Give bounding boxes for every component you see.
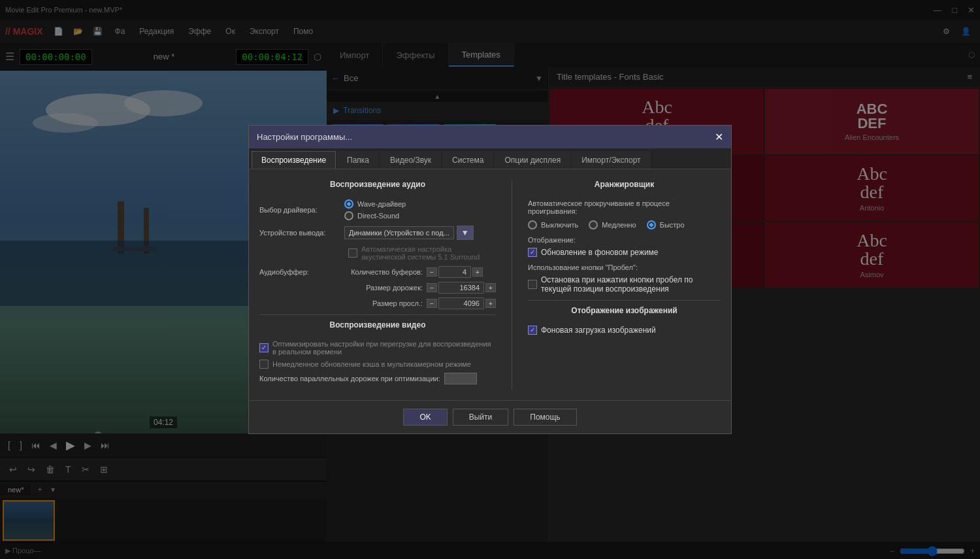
- buffer-track-input[interactable]: [438, 282, 484, 294]
- settings-dialog: Настройки программы... ✕ Воспроизведение…: [248, 125, 732, 434]
- autoscroll-off-radio[interactable]: [528, 220, 537, 229]
- modal-right-col: Аранжировщик Автоматическое прокручивани…: [528, 180, 721, 390]
- autoscroll-slow-label: Медленно: [602, 221, 636, 229]
- driver-row: Выбор драйвера: Wave-драйвер Direct-Soun…: [259, 199, 496, 220]
- vertical-divider: [512, 180, 512, 390]
- output-select-row: Динамики (Устройство с под... ▼: [344, 226, 474, 240]
- output-select[interactable]: Динамики (Устройство с под...: [344, 226, 454, 239]
- autoconfigure-checkbox[interactable]: [348, 248, 357, 258]
- display-checkbox-row: Обновление в фоновом режиме: [528, 248, 721, 257]
- wave-driver-radio[interactable]: [344, 199, 353, 209]
- buffer-label: Аудиобуффер:: [259, 268, 344, 276]
- buffer-section: Аудиобуффер: Количество буферов: − + Раз…: [259, 266, 496, 309]
- wave-driver-label: Wave-драйвер: [357, 200, 406, 208]
- buffer-prev-label: Размер просл.:: [344, 299, 423, 307]
- wave-driver-row: Wave-драйвер: [344, 199, 406, 209]
- buffer-count-increment[interactable]: +: [472, 267, 483, 277]
- autoconfigure-row: Автоматическая настройка акустической си…: [259, 245, 496, 261]
- modal-tab-display[interactable]: Опции дисплея: [495, 151, 570, 169]
- buffer-track-label: Размер дорожек:: [344, 284, 423, 292]
- modal-tab-importexport[interactable]: Импорт/Экспорт: [572, 151, 650, 169]
- video-section-title: Воспроизведение видео: [259, 320, 496, 332]
- cancel-button[interactable]: Выйти: [453, 409, 509, 426]
- video-opt1-label: Оптимизировать настройки при перегрузке …: [272, 340, 496, 356]
- modal-footer: OK Выйти Помощь: [249, 400, 731, 433]
- modal-overlay: Настройки программы... ✕ Воспроизведение…: [0, 0, 980, 559]
- buffer-track-controls: − +: [427, 282, 496, 294]
- direct-sound-row: Direct-Sound: [344, 211, 406, 220]
- space-checkbox-row: Остановка при нажатии кнопки пробел по т…: [528, 275, 721, 294]
- modal-body: Воспроизведение аудио Выбор драйвера: Wa…: [249, 169, 731, 400]
- autoscroll-fast-label: Быстро: [660, 221, 685, 229]
- driver-radio-group: Wave-драйвер Direct-Sound: [344, 199, 406, 220]
- modal-tab-video[interactable]: Видео/Звук: [380, 151, 441, 169]
- autoscroll-fast-radio[interactable]: [647, 220, 656, 229]
- buffer-count-controls: − +: [427, 266, 483, 278]
- buffer-prev-controls: − +: [427, 297, 496, 309]
- ok-button[interactable]: OK: [403, 409, 447, 426]
- video-opt2-label: Немедленное обновление кэша в мультикаме…: [272, 360, 471, 368]
- output-dropdown-button[interactable]: ▼: [457, 226, 474, 240]
- direct-sound-label: Direct-Sound: [357, 212, 399, 220]
- image-checkbox[interactable]: [528, 326, 537, 335]
- modal-tab-system[interactable]: Система: [442, 151, 493, 169]
- buffer-count-label: Количество буферов:: [344, 268, 423, 276]
- buffer-prev-input[interactable]: [438, 297, 484, 309]
- parallel-label: Количество параллельных дорожек при опти…: [259, 375, 440, 382]
- space-checkbox[interactable]: [528, 280, 537, 289]
- buffer-prev-row: Размер просл.: − +: [259, 297, 496, 309]
- autoconfigure-label: Автоматическая настройка акустической си…: [361, 245, 496, 261]
- section-divider-2: [528, 300, 721, 301]
- space-label: Использование кнопки "Пробел":: [528, 263, 721, 271]
- autoscroll-fast-row: Быстро: [647, 220, 685, 229]
- autoscroll-section: Автоматическое прокручивание в процесе п…: [528, 199, 721, 229]
- display-section: Отображение: Обновление в фоновом режиме: [528, 236, 721, 257]
- driver-label: Выбор драйвера:: [259, 206, 344, 214]
- buffer-count-input[interactable]: [438, 266, 471, 278]
- display-checkbox[interactable]: [528, 248, 537, 257]
- output-label: Устройство вывода:: [259, 229, 344, 237]
- buffer-prev-increment[interactable]: +: [485, 299, 496, 308]
- modal-tabs: Воспроизведение Папка Видео/Звук Система…: [249, 148, 731, 169]
- autoscroll-off-row: Выключить: [528, 220, 578, 229]
- image-opt-label: Фоновая загрузка изображений: [541, 326, 656, 335]
- autoscroll-slow-radio[interactable]: [589, 220, 598, 229]
- autoscroll-label: Автоматическое прокручивание в процесе п…: [528, 199, 721, 215]
- audio-section-title: Воспроизведение аудио: [259, 180, 496, 192]
- video-opt1-checkbox[interactable]: [259, 343, 269, 352]
- section-divider-1: [259, 314, 496, 315]
- image-section-title: Отображение изображений: [528, 306, 721, 318]
- modal-tab-folder[interactable]: Папка: [337, 151, 379, 169]
- buffer-count-decrement[interactable]: −: [427, 267, 437, 277]
- parallel-tracks-row: Количество параллельных дорожек при опти…: [259, 373, 496, 384]
- buffer-track-decrement[interactable]: −: [427, 283, 437, 292]
- buffer-track-increment[interactable]: +: [485, 283, 496, 292]
- buffer-count-row: Аудиобуффер: Количество буферов: − +: [259, 266, 496, 278]
- video-opt2-checkbox[interactable]: [259, 360, 269, 369]
- space-opt-label: Остановка при нажатии кнопки пробел по т…: [541, 275, 721, 294]
- modal-close-button[interactable]: ✕: [715, 131, 723, 143]
- modal-left-col: Воспроизведение аудио Выбор драйвера: Wa…: [259, 180, 496, 390]
- help-button[interactable]: Помощь: [514, 409, 576, 426]
- video-opt1-row: Оптимизировать настройки при перегрузке …: [259, 340, 496, 356]
- display-opt-label: Обновление в фоновом режиме: [541, 248, 659, 257]
- modal-title: Настройки программы...: [257, 132, 352, 142]
- space-section: Использование кнопки "Пробел": Остановка…: [528, 263, 721, 294]
- parallel-value[interactable]: [444, 373, 477, 384]
- autoscroll-off-label: Выключить: [541, 221, 578, 229]
- output-device-row: Устройство вывода: Динамики (Устройство …: [259, 226, 496, 240]
- autoscroll-radios: Выключить Медленно Быстро: [528, 220, 721, 229]
- direct-sound-radio[interactable]: [344, 211, 353, 220]
- video-opt2-row: Немедленное обновление кэша в мультикаме…: [259, 360, 496, 369]
- image-checkbox-row: Фоновая загрузка изображений: [528, 326, 721, 335]
- arranger-section-title: Аранжировщик: [528, 180, 721, 192]
- buffer-prev-decrement[interactable]: −: [427, 299, 437, 308]
- modal-tab-playback[interactable]: Воспроизведение: [252, 151, 336, 169]
- autoscroll-slow-row: Медленно: [589, 220, 636, 229]
- modal-title-bar: Настройки программы... ✕: [249, 126, 731, 148]
- display-label: Отображение:: [528, 236, 721, 244]
- buffer-track-row: Размер дорожек: − +: [259, 282, 496, 294]
